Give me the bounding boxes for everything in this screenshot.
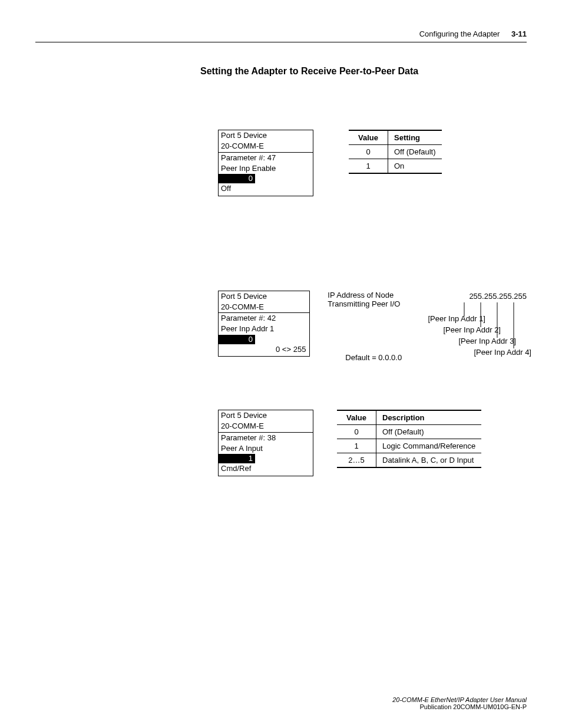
- node-label-line2: Transmitting Peer I/O: [328, 299, 400, 308]
- table-row: 2…5 Datalink A, B, C, or D Input: [337, 453, 481, 468]
- block-peer-inp-addr: Port 5 Device 20-COMM-E Parameter #: 42 …: [218, 291, 527, 357]
- table-cell-value: 1: [349, 159, 388, 174]
- value-description-table: Value Description 0 Off (Default) 1 Logi…: [337, 410, 481, 468]
- lcd-device-line: 20-COMM-E: [219, 421, 313, 431]
- table-row: 0 Off (Default): [349, 145, 442, 159]
- lcd-param-number: Parameter #: 47: [219, 153, 313, 163]
- block-peer-inp-enable: Port 5 Device 20-COMM-E Parameter #: 47 …: [218, 130, 527, 196]
- lcd-port-line: Port 5 Device: [219, 291, 309, 302]
- lcd-status-text: Off: [219, 183, 313, 194]
- publication-id: Publication 20COMM-UM010G-EN-P: [392, 703, 527, 710]
- lcd-panel: Port 5 Device 20-COMM-E Parameter #: 42 …: [218, 291, 310, 357]
- table-cell-value: 0: [337, 425, 376, 439]
- lcd-panel: Port 5 Device 20-COMM-E Parameter #: 47 …: [218, 130, 313, 196]
- lcd-value-highlight: 1: [219, 454, 255, 463]
- table-head-value: Value: [349, 130, 388, 145]
- table-cell-desc: Off (Default): [376, 425, 482, 439]
- table-cell-desc: Datalink A, B, C, or D Input: [376, 453, 482, 468]
- table-row: 1 On: [349, 159, 442, 174]
- addr-label-3: [Peer Inp Addr 3]: [428, 337, 516, 345]
- running-head-text: Configuring the Adapter: [419, 29, 500, 38]
- table-cell-value: 2…5: [337, 453, 376, 468]
- lcd-device-line: 20-COMM-E: [219, 302, 309, 312]
- page-number: 3-11: [511, 29, 527, 38]
- node-label: IP Address of Node Transmitting Peer I/O: [328, 291, 400, 308]
- lcd-port-line: Port 5 Device: [219, 410, 313, 421]
- lcd-status-text: Cmd/Ref: [219, 463, 313, 474]
- lcd-value-highlight: 0: [219, 335, 255, 344]
- lcd-value-highlight: 0: [219, 174, 255, 183]
- lcd-param-name: Peer Inp Addr 1: [219, 324, 309, 334]
- lcd-device-line: 20-COMM-E: [219, 141, 313, 151]
- lcd-range-text: 0 <> 255: [219, 344, 309, 355]
- table-cell-setting: On: [388, 159, 442, 174]
- block-peer-a-input: Port 5 Device 20-COMM-E Parameter #: 38 …: [218, 410, 527, 476]
- table-cell-value: 1: [337, 439, 376, 453]
- addr-label-2: [Peer Inp Addr 2]: [428, 325, 501, 334]
- table-row: 0 Off (Default): [337, 425, 481, 439]
- lcd-param-number: Parameter #: 38: [219, 433, 313, 443]
- table-cell-value: 0: [349, 145, 388, 159]
- addr-label-1: [Peer Inp Addr 1]: [428, 314, 485, 323]
- running-header: Configuring the Adapter 3-11: [35, 29, 527, 42]
- table-head-description: Description: [376, 410, 482, 425]
- table-head-setting: Setting: [388, 130, 442, 145]
- section-title: Setting the Adapter to Receive Peer-to-P…: [200, 66, 527, 77]
- table-row: 1 Logic Command/Reference: [337, 439, 481, 453]
- lcd-param-name: Peer A Input: [219, 443, 313, 454]
- addr-label-4: [Peer Inp Addr 4]: [428, 348, 531, 357]
- lcd-port-line: Port 5 Device: [219, 130, 313, 141]
- default-ip-label: Default = 0.0.0.0: [345, 353, 402, 362]
- node-label-line1: IP Address of Node: [328, 291, 400, 299]
- lcd-param-number: Parameter #: 42: [219, 313, 309, 324]
- lcd-param-name: Peer Inp Enable: [219, 163, 313, 174]
- manual-title: 20-COMM-E EtherNet/IP Adapter User Manua…: [392, 696, 527, 703]
- value-setting-table: Value Setting 0 Off (Default) 1 On: [349, 130, 442, 174]
- lcd-panel: Port 5 Device 20-COMM-E Parameter #: 38 …: [218, 410, 313, 476]
- addr-labels: [Peer Inp Addr 1] [Peer Inp Addr 2] [Pee…: [428, 314, 533, 359]
- table-cell-setting: Off (Default): [388, 145, 442, 159]
- table-cell-desc: Logic Command/Reference: [376, 439, 482, 453]
- page-footer: 20-COMM-E EtherNet/IP Adapter User Manua…: [392, 696, 527, 710]
- table-head-value: Value: [337, 410, 376, 425]
